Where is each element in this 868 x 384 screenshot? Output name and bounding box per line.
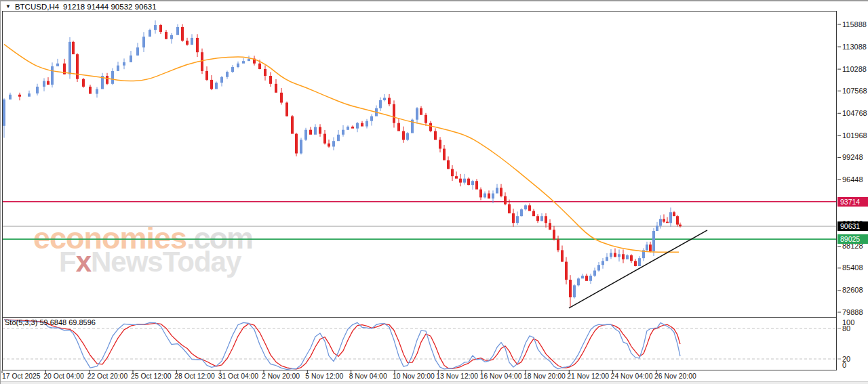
chart-window: ▼ BTCUSD,H4 91218 91444 90532 90631 econ… bbox=[0, 0, 868, 384]
ohlc-values: 91218 91444 90532 90631 bbox=[63, 3, 157, 11]
y-axis-label: 99248 bbox=[842, 153, 863, 162]
x-axis-label: 28 Oct 12:00 bbox=[174, 372, 215, 380]
y-axis-label: 110288 bbox=[842, 65, 867, 74]
stochastic-name: Sto(5,3,3) bbox=[5, 318, 37, 326]
x-axis-label: 31 Oct 04:00 bbox=[218, 372, 259, 380]
price-badge-last: 90631 bbox=[837, 221, 868, 231]
chart-border bbox=[3, 12, 837, 370]
stochastic-values: 59.6848 69.8596 bbox=[39, 318, 96, 326]
stochastic-signal-line bbox=[4, 320, 680, 369]
x-axis-label: 16 Nov 04:00 bbox=[480, 372, 522, 380]
x-axis-label: 17 Oct 2025 bbox=[2, 372, 41, 380]
candlestick-chart[interactable] bbox=[1, 1, 868, 384]
price-badge-support: 89025 bbox=[837, 234, 868, 244]
stochastic-axis-label: 80 bbox=[842, 324, 850, 333]
moving-average-line bbox=[4, 44, 679, 252]
bottom-strip bbox=[1, 381, 868, 384]
y-axis-label: 82608 bbox=[842, 286, 863, 295]
candles-group bbox=[3, 20, 682, 307]
trendline[interactable] bbox=[569, 230, 707, 308]
x-axis-label: 8 Nov 04:00 bbox=[349, 372, 387, 380]
symbol-dropdown-icon[interactable]: ▼ bbox=[5, 4, 11, 9]
x-axis-label: 20 Oct 04:00 bbox=[43, 372, 84, 380]
x-axis-label: 5 Nov 12:00 bbox=[305, 372, 343, 380]
y-axis-label: 107568 bbox=[842, 87, 867, 95]
x-axis-label: 24 Nov 04:00 bbox=[611, 372, 653, 380]
y-axis-label: 79888 bbox=[842, 308, 863, 317]
y-axis-label: 96448 bbox=[842, 175, 863, 184]
x-axis-label: 10 Nov 20:00 bbox=[393, 372, 435, 380]
x-axis-label: 13 Nov 12:00 bbox=[436, 372, 478, 380]
x-axis-label: 22 Oct 20:00 bbox=[87, 372, 128, 380]
chart-header: ▼ BTCUSD,H4 91218 91444 90532 90631 bbox=[5, 3, 157, 11]
stochastic-label: Sto(5,3,3) 59.6848 69.8596 bbox=[5, 318, 96, 326]
y-axis-label: 85408 bbox=[842, 263, 863, 272]
x-axis-label: 18 Nov 20:00 bbox=[524, 372, 566, 380]
y-axis-label: 104768 bbox=[842, 109, 867, 118]
x-axis-label: 21 Nov 12:00 bbox=[567, 372, 609, 380]
symbol-title: BTCUSD,H4 bbox=[15, 3, 59, 11]
y-axis-label: 113088 bbox=[842, 43, 867, 51]
y-axis-label: 115888 bbox=[842, 20, 867, 29]
stochastic-main-line bbox=[4, 320, 680, 369]
stochastic-axis-label: 0 bbox=[842, 361, 846, 370]
price-badge-resistance: 93714 bbox=[837, 197, 868, 207]
y-axis-label: 101968 bbox=[842, 131, 867, 140]
x-axis-label: 25 Oct 12:00 bbox=[131, 372, 172, 380]
x-axis-label: 2 Nov 20:00 bbox=[262, 372, 300, 380]
x-axis-label: 26 Nov 20:00 bbox=[654, 372, 696, 380]
